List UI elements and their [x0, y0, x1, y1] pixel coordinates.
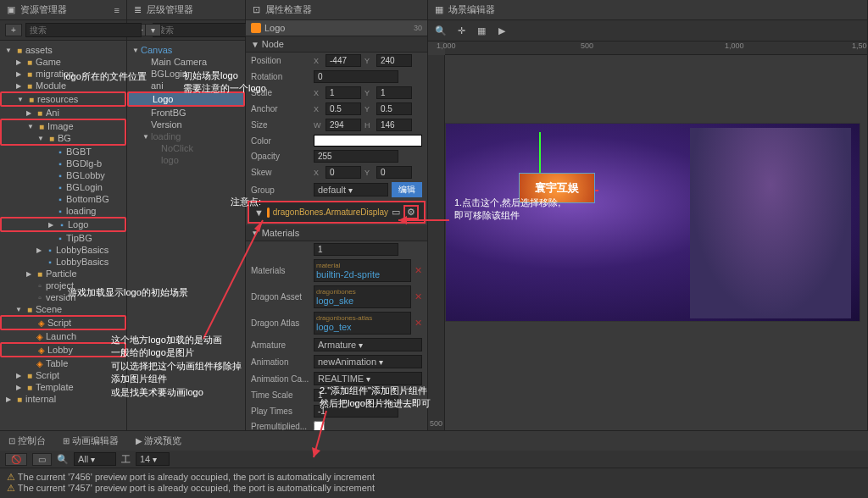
- tree-root[interactable]: ▼■assets: [0, 44, 126, 56]
- tab-preview[interactable]: ▶ 游戏预览: [132, 433, 186, 449]
- prop-scale: ScaleXY: [246, 85, 427, 101]
- search-opt[interactable]: ▾: [145, 24, 161, 36]
- tree-item[interactable]: ▶■internal: [0, 393, 126, 405]
- dragon-asset-slot[interactable]: dragonboneslogo_ske: [314, 285, 411, 308]
- anchor-y[interactable]: [376, 102, 412, 115]
- tree-item[interactable]: ▶■migration: [0, 68, 126, 80]
- tree-item[interactable]: ▶■Script: [0, 369, 126, 381]
- search-input[interactable]: [25, 23, 142, 37]
- anchor-x[interactable]: [326, 102, 361, 115]
- clear-button[interactable]: 🚫: [5, 453, 27, 466]
- tab-console[interactable]: ⊡ 控制台: [5, 433, 49, 449]
- material-slot[interactable]: materialbuiltin-2d-sprite: [314, 259, 411, 282]
- tree-item[interactable]: ▪BGLogin: [0, 181, 126, 193]
- close-icon[interactable]: ✕: [415, 291, 422, 302]
- dragon-atlas-slot[interactable]: dragonbones-atlaslogo_tex: [314, 312, 411, 335]
- opacity[interactable]: [314, 150, 398, 163]
- tree-item[interactable]: ▪BGDlg-b: [0, 158, 126, 169]
- tree-item[interactable]: ▶■Particle: [0, 268, 126, 279]
- scale-x[interactable]: [326, 86, 361, 99]
- hierarchy-panel: ≣ 层级管理器 + ▾ ▼Canvas Main Camera BGLogin …: [127, 0, 246, 430]
- tree-item[interactable]: ▪BottomBG: [0, 193, 126, 205]
- tree-item-lobby[interactable]: ◈Lobby: [2, 344, 125, 356]
- filter-icon[interactable]: 🔍: [57, 454, 69, 465]
- viewport[interactable]: 寰宇互娱: [445, 55, 867, 430]
- color-swatch[interactable]: [314, 135, 422, 147]
- node-header: Logo 30: [246, 20, 427, 36]
- node-bglogin[interactable]: BGLogin: [127, 68, 245, 80]
- tree-item[interactable]: ▶■Module: [0, 80, 126, 91]
- pos-x[interactable]: [326, 54, 361, 67]
- close-icon[interactable]: ✕: [415, 318, 422, 329]
- scale-y[interactable]: [376, 86, 412, 99]
- anchor-tool-icon[interactable]: ✛: [453, 23, 469, 38]
- tree-item[interactable]: ▶■Game: [0, 56, 126, 68]
- component-name: dragonBones.ArmatureDisplay: [273, 208, 388, 217]
- fontsize-select[interactable]: 14 ▾: [136, 452, 170, 466]
- node-section[interactable]: ▼ Node: [246, 36, 427, 53]
- search-tool-icon[interactable]: 🔍: [433, 23, 448, 38]
- comp-enable[interactable]: [267, 208, 270, 218]
- pos-y[interactable]: [376, 54, 412, 67]
- tree-item-logo[interactable]: ▶▪Logo: [2, 219, 125, 230]
- node-logo2[interactable]: logo: [127, 154, 245, 166]
- assets-tree: ▼■assets ▶■Game ▶■migration ▶■Module ▼■r…: [0, 41, 126, 430]
- tree-item[interactable]: ▪LobbyBasics: [0, 256, 126, 268]
- grid-tool-icon[interactable]: ▦: [474, 23, 489, 38]
- size-w[interactable]: [326, 119, 361, 131]
- rotation[interactable]: [314, 70, 398, 83]
- tree-item[interactable]: ◈Launch: [0, 330, 126, 342]
- tree-item[interactable]: ◈Table: [0, 357, 126, 369]
- node-version[interactable]: Version: [127, 119, 245, 130]
- console-panel: ⊡ 控制台 ⊞ 动画编辑器 ▶ 游戏预览 🚫 ▭ 🔍 All ▾ 工 14 ▾ …: [0, 430, 868, 498]
- premult-check[interactable]: [314, 421, 325, 430]
- tree-item[interactable]: ▫version: [0, 291, 126, 303]
- node-canvas[interactable]: ▼Canvas: [127, 44, 245, 56]
- size-h[interactable]: [376, 119, 412, 131]
- tree-item[interactable]: ▪BGLobby: [0, 169, 126, 181]
- timescale[interactable]: [314, 389, 398, 401]
- tree-item[interactable]: ▪loading: [0, 205, 126, 217]
- help-icon[interactable]: ▭: [392, 207, 400, 218]
- skew-x[interactable]: [326, 166, 361, 179]
- animation-select[interactable]: newAnimation ▾: [314, 355, 422, 368]
- tree-item-resources[interactable]: ▼■resources: [2, 93, 125, 105]
- tree-item-image[interactable]: ▼■Image: [2, 120, 125, 132]
- node-noclick[interactable]: NoClick: [127, 142, 245, 154]
- skew-y[interactable]: [376, 166, 412, 179]
- edit-button[interactable]: 编辑: [392, 182, 422, 197]
- tree-item[interactable]: ▶▪LobbyBasics: [0, 244, 126, 256]
- tree-item[interactable]: ▪TipBG: [0, 232, 126, 244]
- filter-select[interactable]: All ▾: [74, 452, 116, 466]
- node-ani[interactable]: ani: [127, 80, 245, 91]
- add-button[interactable]: +: [5, 24, 22, 36]
- node-logo[interactable]: Logo: [129, 93, 243, 105]
- tree-item[interactable]: ▶■Template: [0, 381, 126, 393]
- tree-item[interactable]: ▫project: [0, 279, 126, 291]
- mat-count[interactable]: [314, 243, 398, 256]
- highlight-logo-node: Logo: [127, 91, 245, 107]
- close-icon[interactable]: ✕: [415, 265, 422, 276]
- group-select[interactable]: default ▾: [314, 183, 388, 196]
- open-button[interactable]: ▭: [32, 453, 52, 466]
- node-loading[interactable]: ▼loading: [127, 130, 245, 142]
- scene-canvas[interactable]: 1,000 500 1,000 1,500 500 寰宇互娱: [428, 42, 867, 430]
- play-tool-icon[interactable]: ▶: [494, 23, 509, 38]
- menu-icon[interactable]: ≡: [114, 5, 120, 15]
- logo-preview[interactable]: 寰宇互娱: [519, 173, 595, 203]
- tree-item[interactable]: ▶■Ani: [0, 107, 126, 119]
- tab-animation[interactable]: ⊞ 动画编辑器: [59, 433, 122, 449]
- materials-section[interactable]: ▼ Materials: [246, 225, 427, 241]
- tree-item[interactable]: ▪BGBT: [0, 146, 126, 158]
- component-header[interactable]: ▼ dragonBones.ArmatureDisplay ▭ ⚙: [248, 201, 426, 224]
- gear-icon[interactable]: ⚙: [403, 205, 419, 219]
- tree-item[interactable]: ▼■Scene: [0, 303, 126, 315]
- tree-item[interactable]: ◈Script: [2, 317, 125, 329]
- tree-item-bg[interactable]: ▼■BG: [2, 132, 125, 144]
- armature-select[interactable]: Armature ▾: [314, 338, 422, 351]
- node-camera[interactable]: Main Camera: [127, 56, 245, 68]
- enable-checkbox[interactable]: [251, 23, 261, 33]
- node-frontbg[interactable]: FrontBG: [127, 107, 245, 119]
- cache-select[interactable]: REALTIME ▾: [314, 372, 422, 385]
- playtimes[interactable]: [314, 405, 398, 418]
